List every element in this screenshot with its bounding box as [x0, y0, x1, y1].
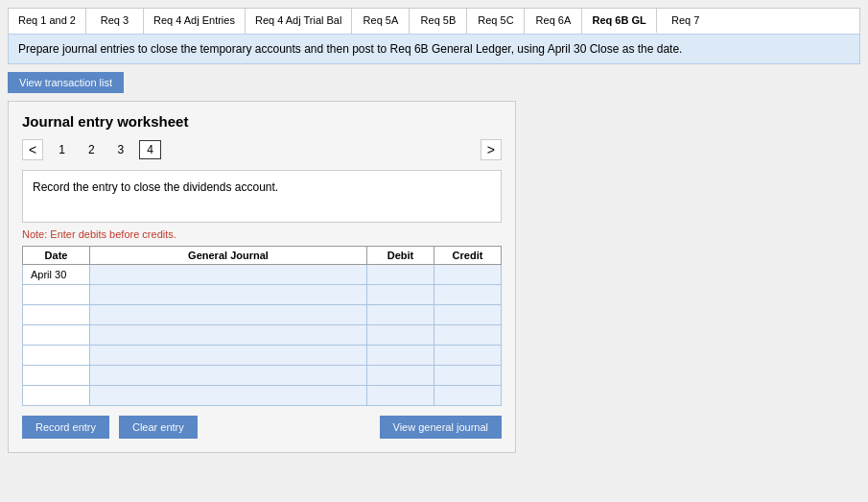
credit-cell-2 [434, 305, 502, 325]
debit-cell-3 [367, 325, 434, 346]
date-input-0[interactable] [27, 267, 85, 282]
date-cell-1 [23, 285, 90, 305]
tab-req4adj[interactable]: Req 4 Adj Entries [144, 9, 246, 34]
pagination: < 1 2 3 4 > [22, 139, 502, 160]
gj-cell-6 [90, 386, 367, 406]
date-cell-3 [23, 325, 90, 346]
credit-cell-1 [434, 285, 502, 305]
gj-input-2[interactable] [90, 305, 366, 324]
table-row [23, 285, 502, 305]
tabs-bar: Req 1 and 2 Req 3 Req 4 Adj Entries Req … [8, 8, 860, 34]
credit-input-5[interactable] [434, 366, 501, 385]
page-3-button[interactable]: 3 [110, 140, 132, 159]
debit-cell-0 [367, 265, 434, 285]
table-row [23, 346, 502, 366]
next-page-button[interactable]: > [481, 139, 502, 160]
date-input-5[interactable] [27, 368, 85, 383]
tab-req5c[interactable]: Req 5C [467, 9, 525, 34]
header-credit: Credit [434, 247, 502, 265]
credit-input-1[interactable] [434, 285, 501, 304]
debit-cell-1 [367, 285, 434, 305]
credit-input-0[interactable] [434, 265, 501, 284]
gj-input-0[interactable] [90, 265, 366, 284]
table-row [23, 305, 502, 325]
debit-input-1[interactable] [367, 285, 434, 304]
gj-cell-4 [90, 346, 367, 366]
tab-req6a[interactable]: Req 6A [525, 9, 582, 34]
credit-cell-4 [434, 346, 502, 366]
tab-req1and2[interactable]: Req 1 and 2 [9, 9, 86, 34]
gj-input-6[interactable] [90, 386, 366, 405]
date-input-2[interactable] [27, 307, 85, 323]
info-text: Prepare journal entries to close the tem… [18, 42, 682, 56]
credit-cell-5 [434, 366, 502, 386]
gj-input-1[interactable] [90, 285, 366, 304]
table-row [23, 265, 502, 285]
debit-input-0[interactable] [367, 265, 434, 284]
date-input-3[interactable] [27, 327, 85, 343]
debit-cell-6 [367, 386, 434, 406]
tab-req3[interactable]: Req 3 [86, 9, 144, 34]
debit-cell-4 [367, 346, 434, 366]
header-debit: Debit [367, 247, 434, 265]
debit-cell-2 [367, 305, 434, 325]
date-cell-4 [23, 346, 90, 366]
footer-buttons: Record entry Clear entry View general jo… [22, 416, 502, 439]
date-cell-6 [23, 386, 90, 406]
table-row [23, 366, 502, 386]
worksheet-container: Journal entry worksheet < 1 2 3 4 > Reco… [8, 101, 516, 453]
header-date: Date [23, 247, 90, 265]
view-general-journal-button[interactable]: View general journal [380, 416, 502, 439]
gj-cell-2 [90, 305, 367, 325]
credit-cell-3 [434, 325, 502, 346]
credit-cell-0 [434, 265, 502, 285]
date-cell-5 [23, 366, 90, 386]
date-input-4[interactable] [27, 347, 85, 363]
gj-input-3[interactable] [90, 325, 366, 345]
description-text: Record the entry to close the dividends … [33, 180, 278, 194]
credit-input-6[interactable] [434, 386, 501, 405]
gj-input-5[interactable] [90, 366, 366, 385]
page-1-button[interactable]: 1 [51, 140, 73, 159]
debit-input-4[interactable] [367, 346, 434, 365]
page-2-button[interactable]: 2 [81, 140, 103, 159]
table-row [23, 325, 502, 346]
credit-input-3[interactable] [434, 325, 501, 345]
debit-credit-note: Note: Enter debits before credits. [22, 228, 502, 240]
worksheet-title: Journal entry worksheet [22, 113, 502, 130]
info-bar: Prepare journal entries to close the tem… [8, 34, 860, 64]
debit-cell-5 [367, 366, 434, 386]
date-input-6[interactable] [27, 388, 85, 403]
date-input-1[interactable] [27, 287, 85, 302]
entry-description: Record the entry to close the dividends … [22, 170, 502, 223]
tab-req7[interactable]: Req 7 [657, 9, 715, 34]
tab-req6b-gl[interactable]: Req 6B GL [582, 9, 656, 34]
tab-req5b[interactable]: Req 5B [410, 9, 467, 34]
tab-req5a[interactable]: Req 5A [352, 9, 410, 34]
gj-cell-0 [90, 265, 367, 285]
debit-input-6[interactable] [367, 386, 434, 405]
record-entry-button[interactable]: Record entry [22, 416, 109, 439]
gj-cell-1 [90, 285, 367, 305]
gj-cell-5 [90, 366, 367, 386]
credit-input-2[interactable] [434, 305, 501, 324]
credit-input-4[interactable] [434, 346, 501, 365]
gj-input-4[interactable] [90, 346, 366, 365]
tab-req4adj-trial[interactable]: Req 4 Adj Trial Bal [246, 9, 353, 34]
clear-entry-button[interactable]: Clear entry [119, 416, 198, 439]
date-cell-2 [23, 305, 90, 325]
debit-input-3[interactable] [367, 325, 434, 345]
debit-input-5[interactable] [367, 366, 434, 385]
journal-table: Date General Journal Debit Credit [22, 246, 502, 406]
table-row [23, 386, 502, 406]
debit-input-2[interactable] [367, 305, 434, 324]
page-4-button[interactable]: 4 [139, 140, 161, 159]
prev-page-button[interactable]: < [22, 139, 43, 160]
credit-cell-6 [434, 386, 502, 406]
view-transactions-button[interactable]: View transaction list [8, 72, 124, 93]
gj-cell-3 [90, 325, 367, 346]
header-general-journal: General Journal [90, 247, 367, 265]
date-cell-0 [23, 265, 90, 285]
